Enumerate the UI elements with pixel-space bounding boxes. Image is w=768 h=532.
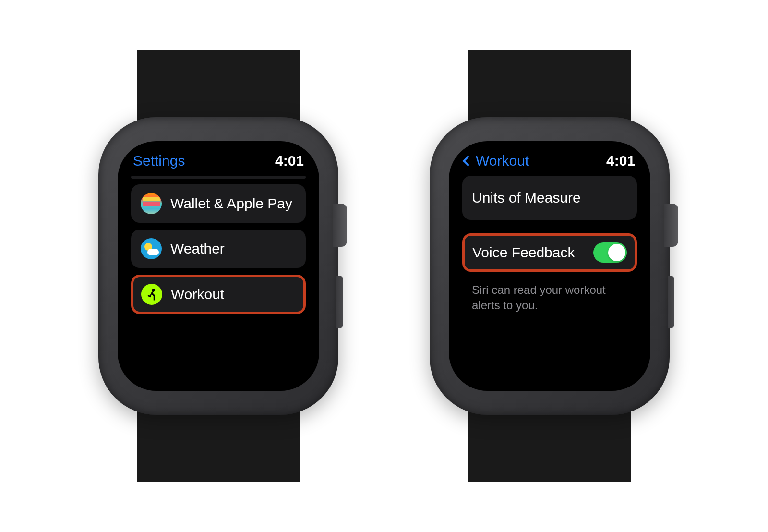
status-bar: Workout 4:01 [462, 153, 637, 169]
side-button[interactable] [668, 276, 674, 328]
weather-icon [141, 238, 162, 259]
page-title: Settings [133, 153, 185, 169]
item-label: Wallet & Apple Pay [170, 195, 292, 212]
digital-crown[interactable] [664, 204, 678, 247]
item-label: Weather [170, 240, 225, 257]
list-divider [131, 176, 306, 179]
settings-item-units[interactable]: Units of Measure [462, 176, 637, 220]
wallet-icon [141, 193, 162, 214]
clock-time: 4:01 [275, 153, 304, 169]
watch-body: Workout 4:01 Units of Measure Voice Feed… [430, 117, 670, 415]
back-button[interactable]: Workout [464, 153, 529, 169]
watch-right: Workout 4:01 Units of Measure Voice Feed… [425, 50, 674, 482]
item-label: Units of Measure [472, 189, 581, 206]
watch-body: Settings 4:01 Wallet & Apple Pay Weather [98, 117, 338, 415]
item-label: Voice Feedback [472, 244, 575, 261]
watch-left: Settings 4:01 Wallet & Apple Pay Weather [94, 50, 343, 482]
voice-feedback-toggle[interactable] [593, 242, 627, 263]
side-button[interactable] [336, 276, 343, 328]
workout-icon [141, 284, 162, 305]
settings-item-wallet[interactable]: Wallet & Apple Pay [131, 184, 306, 223]
chevron-left-icon [463, 156, 474, 167]
watch-screen: Settings 4:01 Wallet & Apple Pay Weather [118, 141, 319, 391]
status-bar: Settings 4:01 [131, 153, 306, 169]
settings-item-weather[interactable]: Weather [131, 230, 306, 268]
digital-crown[interactable] [333, 204, 347, 247]
item-label: Workout [171, 286, 224, 303]
settings-item-workout[interactable]: Workout [131, 275, 306, 314]
settings-item-voice-feedback[interactable]: Voice Feedback [462, 233, 637, 272]
clock-time: 4:01 [606, 153, 635, 169]
footer-description: Siri can read your workout alerts to you… [462, 278, 637, 314]
watch-screen: Workout 4:01 Units of Measure Voice Feed… [449, 141, 650, 391]
back-label: Workout [476, 153, 529, 169]
